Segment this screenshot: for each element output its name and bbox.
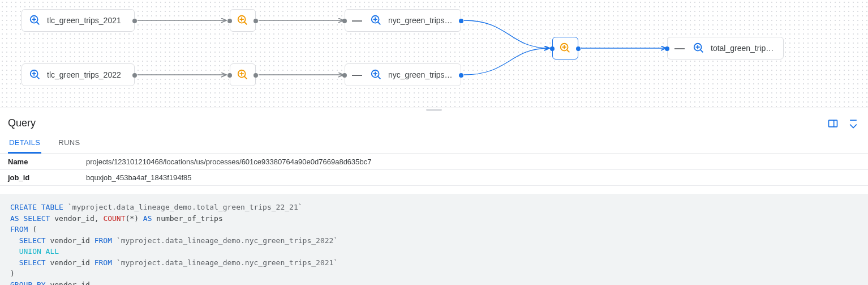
lineage-canvas[interactable]: tlc_green_trips_2021 tlc_green_trips_202… [0,0,868,108]
lineage-node-table[interactable]: — nyc_green_trips… [345,9,461,32]
row-val-name: projects/123101210468/locations/us/proce… [86,158,372,166]
output-port [132,73,137,78]
output-port [576,46,581,51]
input-port [665,46,669,51]
process-icon [237,14,249,27]
lineage-node-source-table[interactable]: tlc_green_trips_2021 [22,9,135,32]
node-label: tlc_green_trips_2022 [47,70,121,79]
bigquery-icon [370,69,383,81]
svg-line-14 [378,22,381,25]
svg-line-10 [244,22,247,25]
svg-line-16 [378,76,381,79]
lineage-node-source-table[interactable]: tlc_green_trips_2022 [22,63,135,86]
input-port [227,19,232,23]
output-port [253,73,258,78]
lineage-node-process[interactable] [230,9,256,32]
lineage-node-output-table[interactable]: — total_green_trip… [667,37,784,59]
panel-header: Query [0,112,868,133]
process-icon [559,42,571,54]
svg-line-12 [244,76,247,79]
lineage-node-process[interactable] [230,63,256,86]
input-port [342,19,347,23]
node-label: total_green_trip… [711,44,774,53]
tab-runs[interactable]: RUNS [57,133,81,154]
input-port [342,73,347,78]
row-key-jobid: job_id [8,173,86,182]
node-label: nyc_green_trips… [388,16,453,25]
collapse-icon[interactable]: — [352,15,362,27]
details-table: Name projects/123101210468/locations/us/… [0,154,868,186]
svg-line-20 [701,50,703,53]
bigquery-icon [29,14,41,27]
table-row: Name projects/123101210468/locations/us/… [0,154,868,170]
table-row: job_id bquxjob_453ba4af_1843f194f85 [0,170,868,186]
output-port [132,19,137,23]
lineage-node-table[interactable]: — nyc_green_trips… [345,63,461,86]
panel-tabs: DETAILS RUNS [0,133,868,154]
side-panel-icon[interactable] [827,118,839,129]
bigquery-icon [29,69,41,81]
input-port [550,46,555,51]
bigquery-icon [370,14,383,27]
row-val-jobid: bquxjob_453ba4af_1843f194f85 [86,173,192,182]
output-port [459,73,463,78]
sql-code-block: CREATE TABLE `myproject.data_lineage_dem… [0,194,868,285]
row-key-name: Name [8,158,86,166]
output-port [253,19,258,23]
svg-line-6 [37,22,40,25]
panel-title: Query [8,117,36,129]
input-port [227,73,232,78]
svg-rect-21 [829,120,837,127]
tab-details[interactable]: DETAILS [8,133,41,154]
node-label: tlc_green_trips_2021 [47,16,121,25]
svg-line-18 [567,50,570,53]
output-port [459,19,463,23]
collapse-icon[interactable]: — [674,42,685,54]
collapse-panel-icon[interactable] [848,118,859,129]
node-label: nyc_green_trips… [388,70,453,79]
lineage-node-process-selected[interactable] [552,37,578,59]
collapse-icon[interactable]: — [352,69,362,81]
svg-line-8 [37,76,40,79]
process-icon [237,69,249,81]
bigquery-icon [693,42,705,54]
